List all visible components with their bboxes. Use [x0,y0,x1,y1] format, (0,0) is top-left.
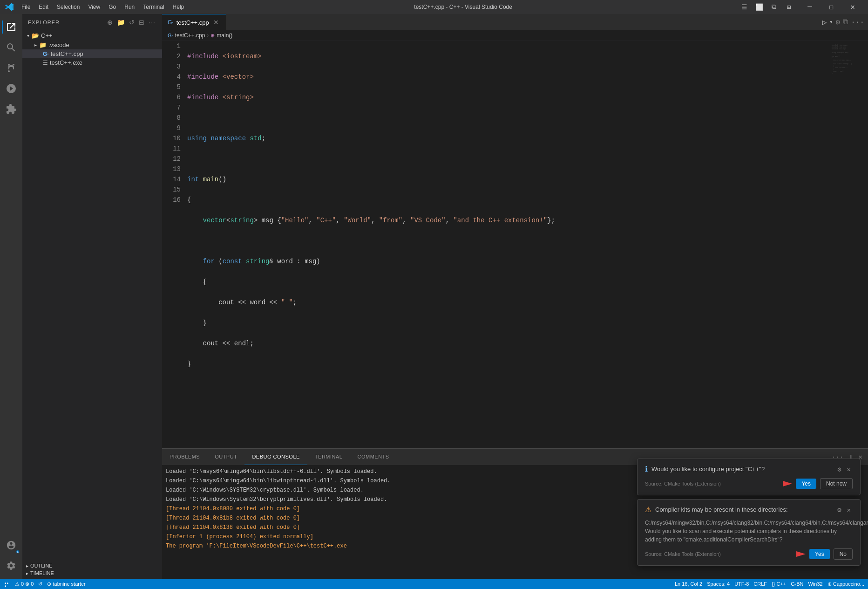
sidebar: Explorer ⊕ 📁 ↺ ⊟ ··· ▾ 📂 C++ ▸ 📁 .vscode [22,14,162,579]
menu-edit[interactable]: Edit [35,3,52,11]
svg-marker-0 [769,481,792,486]
code-line-8: { [187,195,868,205]
tab-testcpp[interactable]: G· testC++.cpp ✕ [162,14,226,30]
collapse-all-button[interactable]: ⊟ [138,18,146,27]
menu-view[interactable]: View [84,3,104,11]
run-button[interactable]: ▷ [822,18,827,27]
exe-filename: testC++.exe [50,59,82,66]
account-button[interactable]: 1 [2,536,20,555]
panel-tab-terminal[interactable]: TERMINAL [307,449,350,465]
menu-file[interactable]: File [18,3,34,11]
folder-closed-icon: 📁 [39,41,47,48]
chevron-down-icon: ▾ [24,32,32,39]
svg-marker-1 [782,551,806,557]
indentation[interactable]: Spaces: 4 [707,581,730,587]
language-mode[interactable]: {} C++ [772,581,786,587]
window-controls: — ☐ ✕ [799,0,863,14]
code-content[interactable]: #include <iostream> #include <vector> #i… [185,41,868,448]
breadcrumb-func-icon: ⊕ [210,33,215,39]
activity-source-control[interactable] [2,59,20,77]
tabnine-status[interactable]: ⊕ tabnine starter [47,581,85,587]
activity-extensions[interactable] [2,100,20,118]
theme-status[interactable]: ⊕ Cappuccino... [827,581,864,587]
settings-button[interactable] [2,556,20,575]
notification-container: ℹ Would you like to configure project "C… [637,459,861,566]
code-editor[interactable]: 12345 678910 1112131415 16 #include <ios… [162,41,868,448]
panel-tab-problems[interactable]: PROBLEMS [162,449,207,465]
panel-tab-comments[interactable]: COMMENTS [350,449,396,465]
timeline-section[interactable]: ▸ TIMELINE [22,569,162,577]
line-ending[interactable]: CRLF [753,581,767,587]
cursor-position[interactable]: Ln 16, Col 2 [675,581,702,587]
refresh-explorer-button[interactable]: ↺ [128,18,136,27]
code-line-7: int main() [187,174,868,185]
editor-more-button[interactable]: ··· [851,18,864,27]
kits-yes-button[interactable]: Yes [809,549,830,559]
folder-name: C++ [41,32,53,39]
source-control-status[interactable] [4,581,10,587]
activity-explorer[interactable] [2,18,20,36]
editor-header: G· testC++.cpp ✕ ▷ ▾ ⚙ ⧉ ··· [162,14,868,30]
activity-run-debug[interactable] [2,79,20,98]
notification-kits-body: C:/msys64/mingw32/bin,C:/msys64/clang32/… [645,519,853,544]
error-count[interactable]: ⚠ 0 ⊗ 0 [15,581,34,587]
notification-kits-title: ⚠ Compiler kits may be present in these … [645,505,835,514]
menu-selection[interactable]: Selection [53,3,83,11]
new-file-button[interactable]: ⊕ [106,18,114,27]
layout-icon[interactable]: ⬜ [753,1,765,13]
minimize-button[interactable]: — [799,0,821,14]
configure-yes-button[interactable]: Yes [796,479,816,489]
code-line-9: vector<string> msg {"Hello", "C++", "Wor… [187,215,868,226]
configure-not-now-button[interactable]: Not now [820,478,853,489]
menu-run[interactable]: Run [121,3,138,11]
window-title: testC++.cpp - C++ - Visual Studio Code [188,4,739,10]
close-button[interactable]: ✕ [842,0,863,14]
code-line-1: #include <iostream> [187,51,868,62]
platform[interactable]: Win32 [808,581,822,587]
panel-tab-output[interactable]: OUTPUT [207,449,244,465]
kits-no-button[interactable]: No [834,548,853,560]
sync-status[interactable]: ↺ [38,581,42,587]
notification-kits-source: Source: CMake Tools (Extension) [645,551,721,557]
split-editor-button[interactable]: ⧉ [843,18,848,27]
encoding[interactable]: UTF-8 [734,581,749,587]
notification-close-icon[interactable]: ✕ [845,465,853,474]
tree-file-exe[interactable]: ☰ testC++.exe [22,58,162,67]
menu-terminal[interactable]: Terminal [139,3,168,11]
notification-cmake-header: ℹ Would you like to configure project "C… [645,465,853,474]
notification-cmake-footer: Source: CMake Tools (Extension) Yes Not … [645,478,853,489]
new-folder-button[interactable]: 📁 [116,18,126,27]
notification-kits-close-icon[interactable]: ✕ [845,505,853,515]
tree-file-cpp[interactable]: G· testC++.cpp [22,49,162,58]
breadcrumb-separator: › [207,32,209,39]
more-actions-button[interactable]: ··· [148,18,156,27]
status-bar: ⚠ 0 ⊗ 0 ↺ ⊕ tabnine starter Ln 16, Col 2… [0,579,868,589]
info-circle-icon: ℹ [645,465,648,473]
notification-top-actions: ⚙ ✕ [835,465,853,474]
outline-chevron-right-icon: ▸ [26,563,28,568]
sidebar-toggle-icon[interactable]: ☰ [739,1,750,13]
layout-options-icon[interactable]: ⊞ [783,1,794,13]
outline-section[interactable]: ▸ OUTLINE [22,562,162,569]
menu-help[interactable]: Help [169,3,188,11]
editor-settings-icon[interactable]: ⚙ [836,18,841,27]
panel-tab-debug-console[interactable]: DEBUG CONSOLE [244,449,307,465]
tree-vscode[interactable]: ▸ 📁 .vscode [22,40,162,49]
outline-label: OUTLINE [30,563,53,568]
cpp-filename: testC++.cpp [51,50,83,57]
account-badge: 1 [16,550,20,554]
menu-go[interactable]: Go [105,3,120,11]
notification-kits-settings-icon[interactable]: ⚙ [835,505,843,515]
tree-root-cpp[interactable]: ▾ 📂 C++ [22,31,162,40]
activity-search[interactable] [2,38,20,57]
c6bn-status[interactable]: C₆BN [791,581,803,587]
breadcrumb-func[interactable]: main() [217,32,232,39]
notification-kits-text: Compiler kits may be present in these di… [655,506,788,513]
split-editor-icon[interactable]: ⧉ [768,1,780,13]
breadcrumb-file[interactable]: testC++.cpp [175,32,205,39]
run-dropdown-button[interactable]: ▾ [829,19,833,26]
notification-settings-icon[interactable]: ⚙ [835,465,843,474]
maximize-button[interactable]: ☐ [821,0,842,14]
tab-close-button[interactable]: ✕ [212,18,220,27]
code-line-10 [187,236,868,246]
